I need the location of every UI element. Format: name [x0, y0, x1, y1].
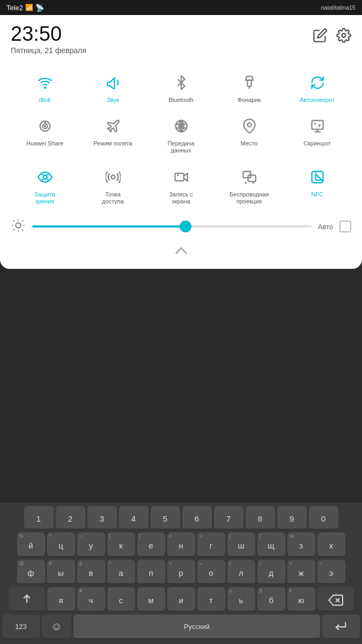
key-4[interactable]: 4: [119, 506, 149, 530]
key-з[interactable]: №з: [287, 532, 315, 557]
brightness-thumb[interactable]: [180, 221, 191, 232]
quick-item-flashlight[interactable]: Фонарик: [215, 65, 283, 109]
svg-rect-28: [312, 171, 323, 182]
auto-brightness-checkbox[interactable]: [339, 221, 351, 232]
brightness-slider[interactable]: [32, 225, 312, 228]
hotspot-label: Точкадоступа: [102, 191, 124, 205]
key-г[interactable]: >г: [197, 532, 225, 557]
key-ч[interactable]: ₽ч: [77, 587, 105, 612]
space-key[interactable]: Русский: [73, 614, 320, 639]
quick-item-screen-record[interactable]: Запись сэкрана: [147, 160, 215, 210]
signal-icon: 📶: [25, 4, 33, 11]
flashlight-icon: [238, 71, 261, 94]
key-9[interactable]: 9: [277, 506, 307, 530]
svg-rect-2: [247, 80, 251, 86]
key-7[interactable]: 7: [214, 506, 243, 530]
key-е[interactable]: ]е: [137, 532, 165, 557]
quick-item-wireless-proj[interactable]: Беспроводнаяпроекция: [215, 160, 283, 210]
svg-line-33: [22, 229, 23, 230]
key-о[interactable]: =о: [197, 560, 225, 584]
key-6[interactable]: 6: [182, 506, 212, 530]
key-8[interactable]: 8: [246, 506, 275, 530]
key-э[interactable]: ÷э: [317, 560, 345, 584]
backspace-key[interactable]: [317, 587, 354, 612]
wifi-icon: [33, 71, 57, 94]
eye-protection-label: Защитазрения: [34, 191, 55, 205]
svg-point-21: [111, 175, 115, 179]
shift-key[interactable]: [9, 587, 45, 612]
panel-action-icons: [313, 28, 351, 46]
key-р[interactable]: +р: [167, 560, 195, 584]
panel-header: 23:50 Пятница, 21 февраля: [11, 24, 351, 55]
key-ф[interactable]: @ф: [17, 560, 45, 584]
brightness-control: Авто: [11, 216, 351, 238]
key-щ[interactable]: }щ: [257, 532, 285, 557]
key-0[interactable]: 0: [309, 506, 338, 530]
key-я[interactable]: -я: [47, 587, 75, 612]
key-л[interactable]: (л: [227, 560, 255, 584]
key-м[interactable]: м: [137, 587, 165, 612]
screen-record-icon: [169, 165, 193, 189]
enter-key[interactable]: [322, 614, 360, 639]
location-label: Место: [241, 140, 258, 147]
key-ш[interactable]: {ш: [227, 532, 255, 557]
key-п[interactable]: -п: [137, 560, 165, 584]
quick-item-location[interactable]: Место: [215, 109, 283, 159]
key-1[interactable]: 1: [24, 506, 54, 530]
svg-rect-24: [243, 171, 250, 178]
emoji-icon: ☺: [51, 620, 62, 633]
key-к[interactable]: [к: [107, 532, 135, 557]
status-bar-user: natalitalina15: [321, 4, 356, 11]
key-ж[interactable]: ×ж: [287, 560, 315, 584]
quick-item-hotspot[interactable]: Точкадоступа: [79, 160, 147, 210]
key-ц[interactable]: ^ц: [47, 532, 75, 557]
settings-icon[interactable]: [336, 28, 351, 46]
location-icon: [238, 114, 261, 138]
data-transfer-label: Передачаданных: [167, 140, 194, 154]
quick-item-nfc[interactable]: NFC: [283, 160, 351, 210]
key-й[interactable]: %й: [17, 532, 45, 557]
key-5[interactable]: 5: [151, 506, 180, 530]
quick-item-wifi[interactable]: dlink: [11, 65, 79, 109]
svg-point-0: [342, 34, 346, 38]
key-в[interactable]: &в: [77, 560, 105, 584]
nfc-label: NFC: [311, 191, 323, 198]
svg-line-17: [41, 173, 43, 175]
key-а[interactable]: *а: [107, 560, 135, 584]
quick-item-eye-protection[interactable]: Защитазрения: [11, 160, 79, 210]
keyboard-row1: %й ^ц ~у [к ]е <н >г {ш }щ №з х: [2, 532, 360, 557]
key-у[interactable]: ~у: [77, 532, 105, 557]
quick-item-screenshot[interactable]: Скриншот: [283, 109, 351, 159]
key-3[interactable]: 3: [87, 506, 117, 530]
key-с[interactable]: "с: [107, 587, 135, 612]
quick-item-data-transfer[interactable]: Передачаданных: [147, 109, 215, 159]
emoji-key[interactable]: ☺: [42, 614, 71, 639]
key-ь[interactable]: ъь: [227, 587, 255, 612]
quick-item-sound[interactable]: Звук: [79, 65, 147, 109]
wifi-label: dlink: [39, 97, 51, 104]
key-ю[interactable]: €ю: [287, 587, 315, 612]
key-б[interactable]: $б: [257, 587, 285, 612]
key-х[interactable]: х: [317, 532, 345, 557]
key-н[interactable]: <н: [167, 532, 195, 557]
edit-icon[interactable]: [313, 28, 328, 46]
key-д[interactable]: )д: [257, 560, 285, 584]
space-label: Русский: [184, 623, 210, 631]
quick-item-autorotate[interactable]: Автоповорот: [283, 65, 351, 109]
key-т[interactable]: :т: [197, 587, 225, 612]
svg-rect-12: [312, 121, 323, 129]
panel-collapse[interactable]: [11, 243, 351, 258]
screenshot-icon: [306, 114, 329, 138]
svg-line-20: [47, 179, 49, 181]
status-bar: Tele2 📶 📡 natalitalina15: [0, 0, 362, 15]
quick-item-bluetooth[interactable]: Bluetooth: [147, 65, 215, 109]
key-ы[interactable]: #ы: [47, 560, 75, 584]
quick-item-huawei-share[interactable]: Huawei Share: [11, 109, 79, 159]
huawei-share-icon: [33, 114, 57, 138]
quick-item-airplane[interactable]: Режим полета: [79, 109, 147, 159]
key-и[interactable]: ;и: [167, 587, 195, 612]
key-2[interactable]: 2: [56, 506, 85, 530]
svg-point-11: [247, 123, 251, 127]
key-123[interactable]: 123: [2, 614, 40, 639]
bluetooth-label: Bluetooth: [168, 97, 193, 104]
